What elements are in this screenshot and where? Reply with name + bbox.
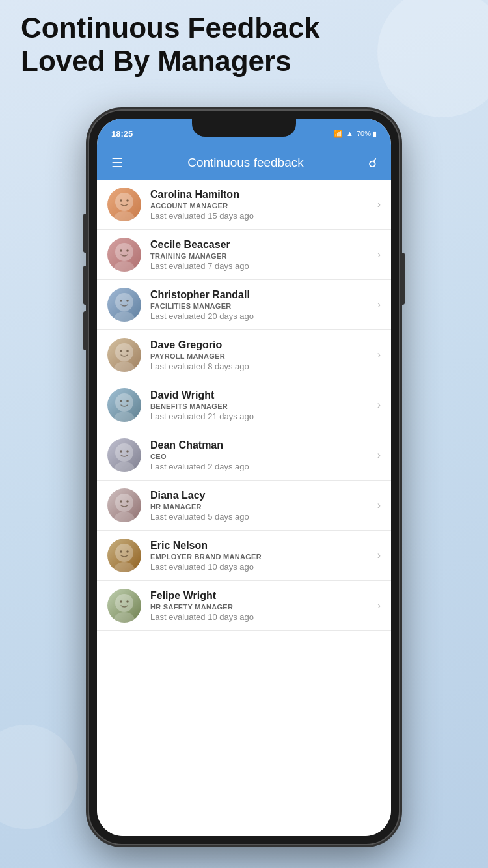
list-item[interactable]: Diana Lacy HR MANAGER Last evaluated 5 d…: [97, 481, 391, 531]
avatar: [107, 589, 141, 623]
svg-point-3: [126, 199, 129, 202]
svg-point-27: [126, 500, 129, 503]
svg-point-0: [115, 193, 133, 211]
svg-point-12: [115, 343, 133, 361]
contact-last-evaluated: Last evaluated 10 days ago: [150, 612, 372, 622]
contact-last-evaluated: Last evaluated 21 days ago: [150, 412, 372, 421]
svg-point-11: [126, 300, 129, 302]
contact-last-evaluated: Last evaluated 5 days ago: [150, 512, 372, 522]
avatar: [107, 338, 141, 372]
contact-info: Dave Gregorio PAYROLL MANAGER Last evalu…: [150, 339, 372, 371]
svg-point-35: [126, 600, 129, 603]
avatar: [107, 539, 141, 572]
contact-name: Dean Chatman: [150, 440, 372, 451]
svg-point-29: [114, 562, 135, 572]
contact-name: Dave Gregorio: [150, 339, 372, 351]
contact-name: Eric Nelson: [150, 540, 372, 552]
svg-point-4: [115, 243, 133, 261]
contact-info: Dean Chatman CEO Last evaluated 2 days a…: [150, 440, 372, 471]
contact-info: Cecile Beacaser TRAINING MANAGER Last ev…: [150, 239, 372, 271]
chevron-right-icon: ›: [377, 199, 381, 210]
contact-role: PAYROLL MANAGER: [150, 352, 372, 360]
page-headline: Continuous Feedback Loved By Managers: [21, 12, 320, 77]
svg-point-32: [115, 594, 133, 612]
chevron-right-icon: ›: [377, 249, 381, 260]
chevron-right-icon: ›: [377, 399, 381, 411]
contact-role: EMPLOYER BRAND MANAGER: [150, 553, 372, 561]
battery-indicator: 70% ▮: [357, 130, 377, 138]
contact-role: HR MANAGER: [150, 503, 372, 511]
status-time: 18:25: [111, 129, 133, 139]
contact-last-evaluated: Last evaluated 15 days ago: [150, 211, 372, 221]
svg-point-13: [114, 361, 135, 372]
signal-icon: ▲: [346, 130, 353, 137]
phone-notch: [192, 119, 296, 137]
svg-point-1: [114, 211, 135, 221]
app-bar: ☰ Continuous feedback ☌: [97, 146, 391, 180]
contact-name: Diana Lacy: [150, 490, 372, 501]
list-item[interactable]: Dave Gregorio PAYROLL MANAGER Last evalu…: [97, 330, 391, 380]
chevron-right-icon: ›: [377, 349, 381, 361]
svg-point-25: [114, 512, 135, 522]
svg-point-34: [120, 600, 122, 603]
contact-last-evaluated: Last evaluated 10 days ago: [150, 562, 372, 572]
avatar: [107, 288, 141, 322]
wifi-icon: 📶: [334, 130, 343, 138]
contact-info: Christopher Randall FACILITIES MANAGER L…: [150, 289, 372, 321]
svg-point-18: [120, 400, 122, 402]
svg-point-31: [126, 550, 129, 553]
svg-point-26: [120, 500, 122, 503]
svg-point-28: [115, 544, 133, 562]
svg-point-33: [114, 612, 135, 623]
menu-button[interactable]: ☰: [109, 152, 126, 173]
avatar: [107, 488, 141, 522]
contact-role: TRAINING MANAGER: [150, 252, 372, 260]
svg-point-21: [114, 462, 135, 472]
phone-frame: 18:25 📶 ▲ 70% ▮ ☰ Continuous feedback ☌: [88, 109, 400, 845]
chevron-right-icon: ›: [377, 449, 381, 461]
battery-icon: ▮: [373, 130, 377, 138]
svg-point-8: [115, 293, 133, 311]
chevron-right-icon: ›: [377, 299, 381, 311]
list-item[interactable]: Eric Nelson EMPLOYER BRAND MANAGER Last …: [97, 531, 391, 581]
status-icons: 📶 ▲ 70% ▮: [334, 130, 377, 138]
contact-role: ACCOUNT MANAGER: [150, 202, 372, 210]
contact-info: Felipe Wright HR SAFETY MANAGER Last eva…: [150, 590, 372, 622]
contact-name: Cecile Beacaser: [150, 239, 372, 251]
app-bar-title: Continuous feedback: [187, 156, 304, 170]
chevron-right-icon: ›: [377, 499, 381, 511]
svg-point-6: [120, 249, 122, 252]
svg-point-24: [115, 494, 133, 512]
contact-role: HR SAFETY MANAGER: [150, 603, 372, 611]
list-item[interactable]: Carolina Hamilton ACCOUNT MANAGER Last e…: [97, 180, 391, 230]
search-button[interactable]: ☌: [366, 152, 379, 173]
chevron-right-icon: ›: [377, 550, 381, 561]
list-item[interactable]: Christopher Randall FACILITIES MANAGER L…: [97, 280, 391, 330]
contact-name: Felipe Wright: [150, 590, 372, 602]
list-item[interactable]: Cecile Beacaser TRAINING MANAGER Last ev…: [97, 230, 391, 280]
list-item[interactable]: Felipe Wright HR SAFETY MANAGER Last eva…: [97, 581, 391, 631]
contact-name: David Wright: [150, 389, 372, 401]
list-item[interactable]: David Wright BENEFITS MANAGER Last evalu…: [97, 380, 391, 430]
svg-point-30: [120, 550, 122, 553]
phone-screen: 18:25 📶 ▲ 70% ▮ ☰ Continuous feedback ☌: [97, 119, 391, 836]
contact-last-evaluated: Last evaluated 2 days ago: [150, 462, 372, 471]
bg-decoration-2: [0, 725, 78, 829]
svg-point-23: [126, 450, 129, 453]
bg-decoration-1: [377, 0, 488, 117]
svg-point-5: [114, 261, 135, 272]
chevron-right-icon: ›: [377, 600, 381, 611]
contact-name: Carolina Hamilton: [150, 189, 372, 201]
contact-name: Christopher Randall: [150, 289, 372, 301]
svg-point-7: [126, 249, 129, 252]
list-item[interactable]: Dean Chatman CEO Last evaluated 2 days a…: [97, 430, 391, 481]
svg-point-16: [115, 393, 133, 412]
contact-last-evaluated: Last evaluated 20 days ago: [150, 311, 372, 321]
svg-point-9: [114, 311, 135, 322]
contact-info: Eric Nelson EMPLOYER BRAND MANAGER Last …: [150, 540, 372, 572]
svg-point-19: [126, 400, 129, 402]
svg-point-2: [120, 199, 122, 202]
svg-point-17: [114, 412, 135, 422]
contact-info: Carolina Hamilton ACCOUNT MANAGER Last e…: [150, 189, 372, 221]
contact-last-evaluated: Last evaluated 7 days ago: [150, 261, 372, 271]
